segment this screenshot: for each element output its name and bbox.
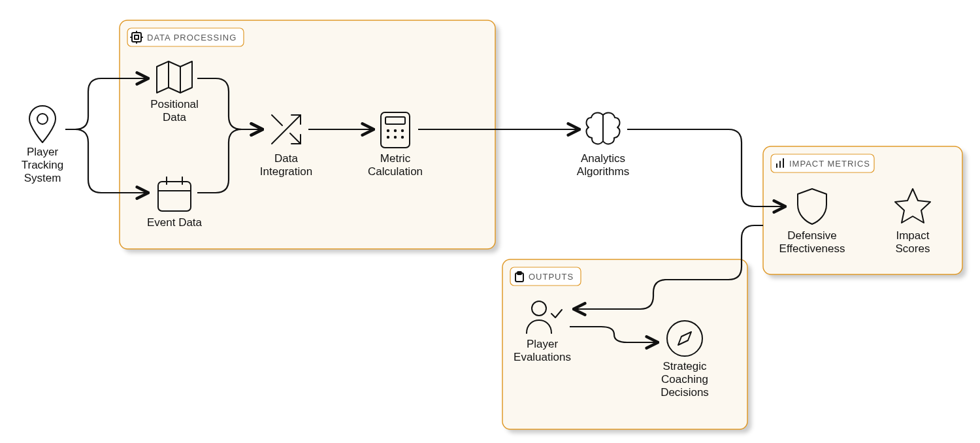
node-player-tracking-system: Player Tracking System [22, 106, 64, 184]
svg-point-41 [395, 137, 396, 138]
svg-text:Positional: Positional [150, 98, 199, 110]
group-impact-metrics-title: IMPACT METRICS [789, 159, 870, 169]
svg-text:Player: Player [527, 338, 559, 350]
svg-text:Coaching: Coaching [661, 373, 708, 386]
svg-point-38 [395, 130, 396, 131]
svg-text:Integration: Integration [260, 165, 312, 178]
svg-point-37 [387, 130, 389, 131]
svg-point-40 [387, 137, 389, 138]
svg-text:Player: Player [27, 146, 59, 158]
svg-text:Effectiveness: Effectiveness [779, 242, 845, 255]
svg-text:Scores: Scores [896, 242, 930, 255]
svg-point-42 [402, 137, 403, 138]
svg-text:Event Data: Event Data [147, 216, 203, 229]
brain-icon [587, 113, 620, 144]
svg-text:Decisions: Decisions [661, 386, 709, 399]
svg-text:Metric: Metric [380, 152, 411, 165]
svg-text:Data: Data [163, 111, 186, 123]
svg-text:Evaluations: Evaluations [514, 351, 571, 363]
node-analytics-algorithms: Analytics Algorithms [577, 113, 629, 178]
svg-text:Algorithms: Algorithms [577, 165, 629, 178]
svg-text:Calculation: Calculation [368, 165, 423, 178]
group-data-processing-title: DATA PROCESSING [147, 33, 237, 42]
svg-text:System: System [24, 172, 61, 184]
svg-point-39 [402, 130, 403, 131]
svg-text:Strategic: Strategic [662, 360, 707, 372]
group-data-processing [120, 20, 495, 249]
svg-text:Impact: Impact [896, 229, 929, 242]
svg-text:Tracking: Tracking [22, 159, 64, 171]
svg-text:Analytics: Analytics [581, 152, 625, 165]
map-pin-icon [29, 106, 56, 142]
group-outputs-title: OUTPUTS [529, 272, 574, 282]
svg-text:Data: Data [274, 152, 298, 165]
svg-text:Defensive: Defensive [787, 229, 837, 242]
edge-analytics-to-defensive [627, 129, 784, 206]
svg-point-17 [37, 114, 48, 124]
